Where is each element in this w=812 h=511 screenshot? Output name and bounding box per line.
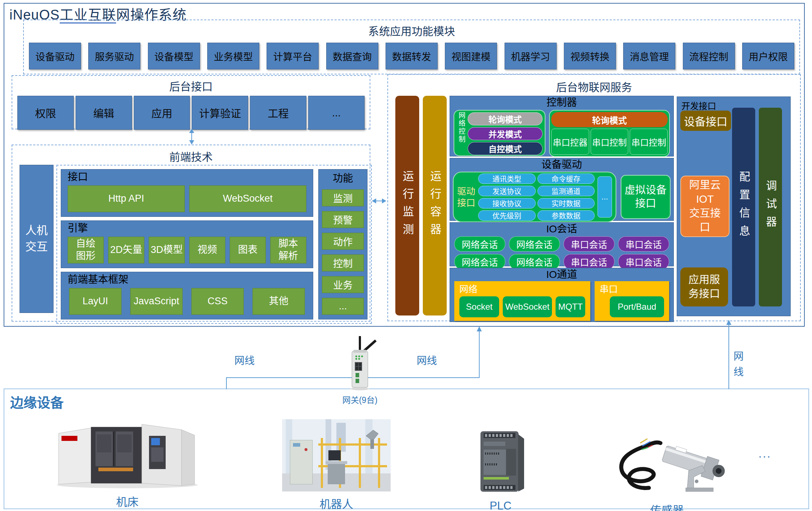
engine-2d-vector: 2D矢量 xyxy=(108,237,144,263)
network-control-group: 网络控制 轮询模式 并发模式 自控模式 xyxy=(454,110,545,156)
controller-row: 网络控制 轮询模式 并发模式 自控模式 轮询模式 串口控器 串口控制 串口控制 xyxy=(450,108,673,158)
plc-label: PLC xyxy=(461,499,540,511)
run-container-bar: 运行容器 xyxy=(423,96,447,315)
pill-monitor-chan: 监测通道 xyxy=(537,186,595,196)
net-session-1: 网络会话 xyxy=(454,236,505,252)
net-session-4: 网络会话 xyxy=(509,254,560,269)
sensor-label: 传感器 xyxy=(602,501,732,511)
backend-edit: 编辑 xyxy=(76,96,132,130)
dev-api-label: 开发接口 xyxy=(681,99,716,112)
debugger-bar: 调试器 xyxy=(759,108,782,306)
backend-app: 应用 xyxy=(134,96,190,130)
hmi-bar: 人机 交互 xyxy=(20,165,54,313)
socket-box: Socket xyxy=(459,296,499,317)
backend-api-row: 权限 编辑 应用 计算验证 工程 ... xyxy=(12,94,370,130)
edge-ellipsis: ... xyxy=(758,447,771,460)
cable-mid-label: 网线 xyxy=(417,353,437,367)
frontend-header: 前端技术 xyxy=(12,148,370,164)
serial-controllers-row: 串口控器 串口控制 串口控制 xyxy=(551,129,668,155)
serial-session-2: 串口会话 xyxy=(618,236,669,252)
module-data-forward: 数据转发 xyxy=(386,43,438,69)
serial-channel-label: 串口 xyxy=(600,282,664,295)
serial-controller-1: 串口控器 xyxy=(551,129,589,155)
driver-api-label: 驱动 接口 xyxy=(457,185,475,209)
sensor-image xyxy=(602,420,732,498)
frontend-inner: 接口 Http API WebSocket 引擎 自绘 图形 2D矢量 3D模型… xyxy=(56,165,372,324)
edge-devices-header: 边缘设备 xyxy=(10,392,64,412)
engine-script-parse: 脚本 解析 xyxy=(270,237,306,263)
network-channel-label: 网络 xyxy=(459,282,585,295)
frontend-section: 前端技术 人机 交互 接口 Http API WebSocket 引擎 自绘 图… xyxy=(12,145,370,322)
iot-service-section: 后台物联网服务 运行监测 运行容器 控制器 网络控制 轮询模式 并发模式 自控模… xyxy=(387,74,801,321)
app-modules-row: 设备驱动 服务驱动 设备模型 业务模型 计算平台 数据查询 数据转发 视图建模 … xyxy=(24,38,799,69)
concurrent-mode-pill: 并发模式 xyxy=(468,127,543,140)
edge-item-robot: 机器人 xyxy=(279,414,394,511)
serial-session-4: 串口会话 xyxy=(618,254,669,269)
network-control-label: 网络控制 xyxy=(456,112,466,154)
net-session-3: 网络会话 xyxy=(454,254,505,269)
websocket-box: WebSocket xyxy=(189,185,306,212)
function-column-label: 功能 xyxy=(322,170,364,185)
api-subsection: 接口 Http API WebSocket xyxy=(61,169,313,217)
module-service-driver: 服务驱动 xyxy=(88,43,140,69)
engine-chart: 图表 xyxy=(230,237,266,263)
function-warning: 预警 xyxy=(322,211,364,228)
pill-recv-proto: 接收协议 xyxy=(478,198,535,209)
framework-layui: LayUI xyxy=(69,288,122,315)
network-channel-group: 网络 Socket WebSocket MQTT xyxy=(454,281,590,321)
serial-control-group: 轮询模式 串口控器 串口控制 串口控制 xyxy=(549,110,670,157)
module-device-model: 设备模型 xyxy=(148,43,200,69)
io-channel-section: IO通道 网络 Socket WebSocket MQTT 串口 Port/B xyxy=(450,268,674,322)
edge-item-plc: PLC xyxy=(461,418,540,511)
engine-items-row: 自绘 图形 2D矢量 3D模型 视频 图表 脚本 解析 xyxy=(68,237,306,263)
module-compute-platform: 计算平台 xyxy=(267,43,319,69)
app-modules-section: 系统应用功能模块 设备驱动 服务驱动 设备模型 业务模型 计算平台 数据查询 数… xyxy=(23,20,800,74)
dev-api-panel: 开发接口 设备接口 阿里云 IOT 交互接 口 应用服 务接口 配置信息 调试器 xyxy=(677,96,791,316)
function-control: 控制 xyxy=(322,254,364,271)
framework-css: CSS xyxy=(191,288,244,315)
device-driver-label: 设备驱动 xyxy=(450,158,673,171)
http-api-box: Http API xyxy=(68,185,185,212)
serial-controller-2: 串口控制 xyxy=(591,129,629,155)
backend-permission: 权限 xyxy=(17,96,74,130)
function-ellipsis: ... xyxy=(322,298,364,315)
mqtt-box: MQTT xyxy=(556,296,585,317)
framework-subsection-label: 前端基本框架 xyxy=(68,274,306,286)
edge-item-sensor: 传感器 xyxy=(602,420,732,511)
driver-api-group: 驱动 接口 通讯类型 命令缓存 发送协议 监测通道 接收协议 实时数据 优先级别… xyxy=(453,172,616,222)
module-video-convert: 视频转换 xyxy=(564,43,616,69)
run-monitor-bar: 运行监测 xyxy=(395,96,419,315)
io-session-section: IO会话 网络会话 网络会话 串口会话 串口会话 网络会话 网络会话 串口会话 … xyxy=(450,222,674,266)
module-user-permission: 用户权限 xyxy=(742,43,794,69)
serial-controller-3: 串口控制 xyxy=(630,129,668,155)
backend-calc-verify: 计算验证 xyxy=(192,96,248,130)
function-monitor: 监测 xyxy=(322,189,364,206)
backend-api-section: 后台接口 权限 编辑 应用 计算验证 工程 ... xyxy=(12,75,370,129)
framework-javascript: JavaScript xyxy=(130,288,183,315)
pill-send-proto: 发送协议 xyxy=(478,186,535,196)
engine-subsection: 引擎 自绘 图形 2D矢量 3D模型 视频 图表 脚本 解析 xyxy=(61,220,313,268)
backend-project: 工程 xyxy=(250,96,306,130)
pill-param-data: 参数数据 xyxy=(537,210,595,221)
function-action: 动作 xyxy=(322,233,364,250)
engine-self-draw: 自绘 图形 xyxy=(68,237,104,263)
module-data-query: 数据查询 xyxy=(326,43,378,69)
io-session-grid: 网络会话 网络会话 串口会话 串口会话 网络会话 网络会话 串口会话 串口会话 xyxy=(450,235,673,271)
aliyun-iot-api-box: 阿里云 IOT 交互接 口 xyxy=(680,176,730,237)
edge-devices-section: 边缘设备 xyxy=(4,388,809,509)
backend-api-header: 后台接口 xyxy=(12,78,370,94)
gateway-image xyxy=(337,335,381,390)
gateway-figure xyxy=(337,335,381,392)
api-items-row: Http API WebSocket xyxy=(68,185,306,212)
pill-priority: 优先级别 xyxy=(478,210,535,221)
module-flow-control: 流程控制 xyxy=(683,43,735,69)
robot-label: 机器人 xyxy=(279,495,394,511)
pill-comm-type: 通讯类型 xyxy=(478,173,535,184)
machine-tool-image xyxy=(48,412,207,489)
api-subsection-label: 接口 xyxy=(68,171,306,183)
device-driver-row: 驱动 接口 通讯类型 命令缓存 发送协议 监测通道 接收协议 实时数据 优先级别… xyxy=(450,171,673,223)
engine-video: 视频 xyxy=(189,237,225,263)
function-column: 功能 监测 预警 动作 控制 业务 ... xyxy=(318,169,367,319)
websocket-channel-box: WebSocket xyxy=(503,296,552,317)
virtual-device-api-box: 虚拟设备 接口 xyxy=(621,175,671,219)
